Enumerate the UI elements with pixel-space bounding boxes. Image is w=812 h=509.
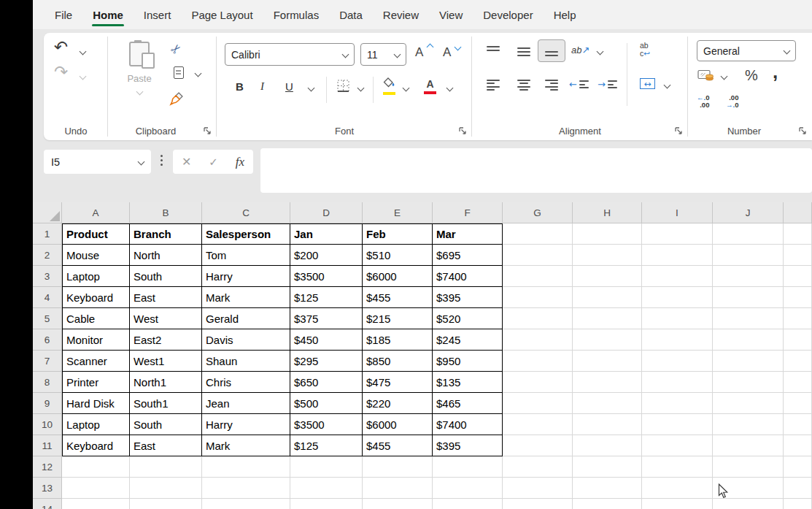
row-header-14[interactable]: 14 — [33, 499, 62, 509]
percent-style-button[interactable]: % — [745, 67, 758, 84]
cell-e8[interactable]: $475 — [363, 372, 433, 393]
cell-d14[interactable] — [290, 499, 363, 509]
cell-c7[interactable]: Shaun — [202, 351, 290, 372]
cell-e2[interactable]: $510 — [363, 245, 433, 266]
number-format-combo[interactable]: General — [697, 40, 796, 61]
row-header-12[interactable]: 12 — [33, 456, 62, 478]
cell-e12[interactable] — [363, 456, 433, 478]
cancel-button[interactable]: ✕ — [182, 155, 191, 169]
borders-button[interactable] — [336, 79, 350, 96]
merge-center-chevron-icon[interactable] — [664, 82, 671, 89]
format-painter-button[interactable] — [169, 91, 184, 109]
cell-b9[interactable]: South1 — [130, 393, 202, 414]
cell-h11[interactable] — [573, 435, 642, 456]
cell-b13[interactable] — [130, 478, 202, 499]
cell-j12[interactable] — [713, 456, 784, 478]
cell-f12[interactable] — [433, 456, 503, 478]
underline-button[interactable]: U — [285, 80, 293, 93]
font-size-chevron-icon[interactable] — [394, 51, 401, 58]
cell-k2[interactable] — [784, 245, 812, 266]
shrink-font-button[interactable]: A — [443, 45, 460, 60]
clipboard-dialog-launcher[interactable] — [203, 126, 212, 135]
tab-formulas[interactable]: Formulas — [263, 0, 330, 29]
col-header-g[interactable]: G — [503, 202, 573, 223]
number-format-chevron-icon[interactable] — [784, 47, 791, 55]
merge-center-button[interactable]: ↔ — [640, 78, 655, 89]
cell-d7[interactable]: $295 — [290, 351, 363, 372]
cell-i4[interactable] — [642, 287, 713, 308]
bottom-align-button[interactable] — [538, 39, 565, 62]
cell-b14[interactable] — [130, 499, 202, 509]
copy-button[interactable] — [174, 66, 184, 79]
cell-e9[interactable]: $220 — [363, 393, 433, 414]
tab-help[interactable]: Help — [544, 0, 587, 29]
cell-a13[interactable] — [62, 478, 130, 499]
cell-d10[interactable]: $3500 — [290, 414, 363, 435]
cell-d6[interactable]: $450 — [290, 329, 363, 351]
cell-h2[interactable] — [573, 245, 642, 266]
row-header-9[interactable]: 9 — [33, 393, 62, 414]
cell-b2[interactable]: North — [130, 245, 202, 266]
cell-c11[interactable]: Mark — [202, 435, 290, 456]
cell-i6[interactable] — [642, 329, 713, 351]
font-name-combo[interactable]: Calibri — [225, 43, 355, 66]
cell-k5[interactable] — [784, 308, 812, 329]
cell-e4[interactable]: $455 — [363, 287, 433, 308]
cell-j8[interactable] — [713, 372, 784, 393]
cell-g6[interactable] — [503, 329, 573, 351]
cell-b8[interactable]: North1 — [130, 372, 202, 393]
cell-a1[interactable]: Product — [62, 223, 130, 245]
name-box-chevron-icon[interactable] — [138, 158, 145, 166]
orientation-chevron-icon[interactable] — [597, 48, 604, 56]
cell-g13[interactable] — [503, 478, 573, 499]
cell-g8[interactable] — [503, 372, 573, 393]
cell-k13[interactable] — [784, 478, 812, 499]
fill-color-button[interactable] — [383, 77, 396, 95]
cell-i10[interactable] — [642, 414, 713, 435]
cell-i12[interactable] — [642, 456, 713, 478]
row-header-2[interactable]: 2 — [33, 245, 62, 266]
cell-b12[interactable] — [130, 456, 202, 478]
cell-e11[interactable]: $455 — [363, 435, 433, 456]
col-header-d[interactable]: D — [290, 202, 363, 223]
top-align-button[interactable] — [487, 46, 500, 57]
cell-g9[interactable] — [503, 393, 573, 414]
cell-f13[interactable] — [433, 478, 503, 499]
paste-button[interactable]: Paste — [118, 42, 161, 97]
tab-home[interactable]: Home — [82, 0, 134, 29]
cell-e10[interactable]: $6000 — [363, 414, 433, 435]
cell-g7[interactable] — [503, 351, 573, 372]
cell-f5[interactable]: $520 — [433, 308, 503, 329]
cell-b6[interactable]: East2 — [130, 329, 202, 351]
cell-j7[interactable] — [713, 351, 784, 372]
tab-page-layout[interactable]: Page Layout — [181, 0, 263, 29]
cell-f11[interactable]: $395 — [433, 435, 503, 456]
col-header-a[interactable]: A — [62, 202, 130, 223]
col-header-k[interactable] — [784, 202, 812, 223]
cell-k4[interactable] — [784, 287, 812, 308]
cell-c12[interactable] — [202, 456, 290, 478]
center-button[interactable] — [517, 80, 530, 91]
cell-b4[interactable]: East — [130, 287, 202, 308]
insert-function-button[interactable]: fx — [236, 155, 244, 169]
cell-c4[interactable]: Mark — [202, 287, 290, 308]
cell-i2[interactable] — [642, 245, 713, 266]
cell-g1[interactable] — [503, 223, 573, 245]
cell-c14[interactable] — [202, 499, 290, 509]
cell-b1[interactable]: Branch — [130, 223, 202, 245]
cell-a12[interactable] — [62, 456, 130, 478]
align-right-button[interactable] — [545, 80, 558, 91]
cell-c3[interactable]: Harry — [202, 266, 290, 287]
cell-a14[interactable] — [62, 499, 130, 509]
cell-k1[interactable] — [784, 223, 812, 245]
fill-color-chevron-icon[interactable] — [403, 85, 410, 92]
col-header-f[interactable]: F — [433, 202, 503, 223]
cell-i8[interactable] — [642, 372, 713, 393]
cell-a11[interactable]: Keyboard — [62, 435, 130, 456]
cell-h3[interactable] — [573, 266, 642, 287]
cell-i3[interactable] — [642, 266, 713, 287]
cell-k11[interactable] — [784, 435, 812, 456]
wrap-text-button[interactable]: ab c↩ — [640, 42, 650, 58]
cell-f3[interactable]: $7400 — [433, 266, 503, 287]
accounting-format-button[interactable] — [697, 69, 715, 85]
